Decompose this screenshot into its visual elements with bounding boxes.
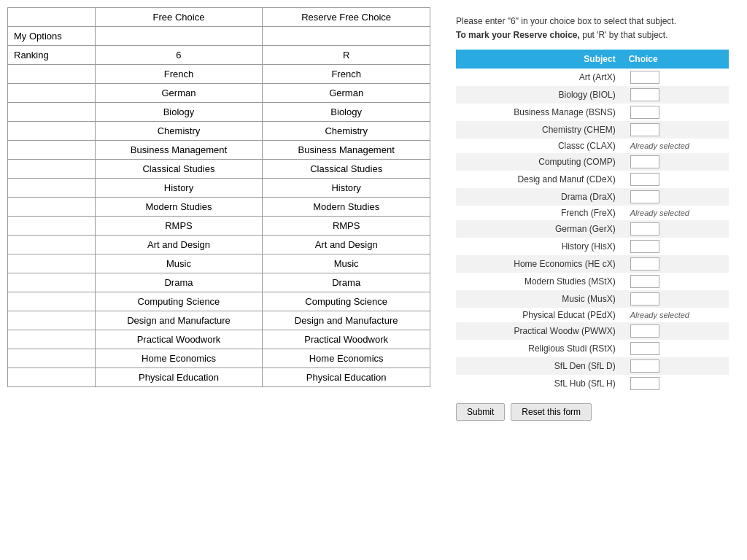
choice-input-cell[interactable] [623,188,729,206]
choice-input-cell[interactable] [623,273,729,290]
table-row: Music Music [8,254,430,273]
list-item: Computing (COMP) [456,153,729,171]
row-label [8,292,96,311]
table-row: Biology Biology [8,103,430,122]
col-header-reserve-choice: Reserve Free Choice [263,8,430,27]
choice-input[interactable] [630,106,659,119]
subject-name: German (GerX) [456,220,623,238]
choice-input-cell[interactable] [623,104,729,121]
ranking-label: Ranking [8,46,96,65]
row-label [8,349,96,368]
choice-input-cell[interactable] [623,322,729,340]
choice-input[interactable] [630,257,659,271]
subject-name: Chemistry (CHEM) [456,121,623,139]
subject-name: Desig and Manuf (CDeX) [456,171,623,188]
choice-input[interactable] [630,359,659,373]
choice-input-cell[interactable] [623,357,729,375]
instruction-rest: put 'R' by that subject. [582,30,667,40]
table-row: Classical Studies Classical Studies [8,160,430,179]
subject-name: SfL Hub (SfL H) [456,375,623,392]
choice-input[interactable] [630,292,659,306]
choice-input-cell[interactable] [623,238,729,255]
already-selected-text: Already selected [630,209,689,217]
choice-input-cell[interactable] [623,171,729,188]
choice-input[interactable] [630,88,659,101]
already-selected-cell: Already selected [623,206,729,220]
row-reserve: Art and Design [263,236,430,254]
row-label [8,179,96,198]
row-reserve: Physical Education [263,368,430,387]
row-reserve: Home Economics [263,349,430,368]
table-row: Physical Education Physical Education [8,368,430,387]
table-row: Computing Science Computing Science [8,292,430,311]
table-row: History History [8,179,430,198]
row-reserve: Practical Woodwork [263,330,430,349]
choice-input-cell[interactable] [623,86,729,104]
choice-input[interactable] [630,240,659,253]
row-free: Chemistry [95,122,263,141]
list-item: Religious Studi (RStX) [456,340,729,357]
row-free: Drama [95,273,263,292]
choice-input-cell[interactable] [623,69,729,86]
row-free: Design and Manufacture [95,311,263,330]
choice-input[interactable] [630,342,659,355]
submit-button[interactable]: Submit [456,403,505,421]
already-selected-text: Already selected [630,311,689,319]
subject-name: History (HisX) [456,238,623,255]
choice-input[interactable] [630,324,659,338]
reset-button[interactable]: Reset this form [511,403,592,421]
choice-input-cell[interactable] [623,375,729,392]
choice-input-cell[interactable] [623,290,729,308]
row-reserve: Classical Studies [263,160,430,179]
choice-input[interactable] [630,71,659,84]
row-label [8,236,96,254]
row-reserve: Computing Science [263,292,430,311]
subject-name: Art (ArtX) [456,69,623,86]
table-row: Design and Manufacture Design and Manufa… [8,311,430,330]
row-reserve: Drama [263,273,430,292]
options-table: Free Choice Reserve Free Choice My Optio… [7,7,430,387]
row-label [8,122,96,141]
choice-input[interactable] [630,377,659,390]
row-label [8,217,96,236]
choice-input[interactable] [630,222,659,236]
left-panel: Free Choice Reserve Free Choice My Optio… [7,7,430,428]
row-label [8,198,96,217]
row-reserve: History [263,179,430,198]
choice-input[interactable] [630,123,659,136]
row-label [8,65,96,84]
instruction-line2: To mark your Reserve choice, put 'R' by … [456,28,729,42]
row-free: German [95,84,263,103]
choice-input[interactable] [630,155,659,168]
already-selected-text: Already selected [630,141,689,150]
row-free: French [95,65,263,84]
subject-table: Subject Choice Art (ArtX) Biology (BIOL)… [456,50,729,392]
row-free: Home Economics [95,349,263,368]
choice-input[interactable] [630,275,659,288]
row-free: Art and Design [95,236,263,254]
list-item: French (FreX) Already selected [456,206,729,220]
row-free: Physical Education [95,368,263,387]
choice-input-cell[interactable] [623,153,729,171]
table-row: Practical Woodwork Practical Woodwork [8,330,430,349]
subject-name: Biology (BIOL) [456,86,623,104]
row-reserve: Modern Studies [263,198,430,217]
choice-input-cell[interactable] [623,121,729,139]
row-label [8,273,96,292]
choice-input-cell[interactable] [623,255,729,273]
row-reserve: French [263,65,430,84]
choice-input[interactable] [630,173,659,186]
choice-input[interactable] [630,190,659,203]
row-reserve: RMPS [263,217,430,236]
choice-input-cell[interactable] [623,340,729,357]
table-row: German German [8,84,430,103]
list-item: Desig and Manuf (CDeX) [456,171,729,188]
list-item: Modern Studies (MStX) [456,273,729,290]
list-item: German (GerX) [456,220,729,238]
subject-name: Computing (COMP) [456,153,623,171]
list-item: Music (MusX) [456,290,729,308]
subject-name: Home Economics (HE cX) [456,255,623,273]
free-choice-ranking: 6 [95,46,263,65]
list-item: Physical Educat (PEdX) Already selected [456,308,729,322]
choice-input-cell[interactable] [623,220,729,238]
